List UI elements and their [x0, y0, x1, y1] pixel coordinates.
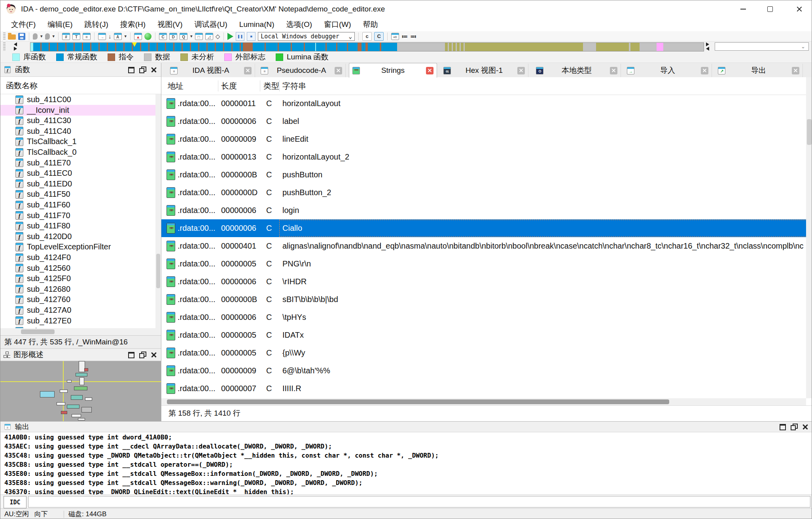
navband-segment[interactable] — [468, 43, 583, 51]
debugger-watches-icon[interactable]: □ — [195, 33, 203, 40]
navband-zoom-in-icon[interactable] — [706, 42, 709, 46]
navband-segment[interactable] — [368, 43, 380, 51]
titlebar[interactable]: IDA - demo_code_editor.exe D:\CTF\Game_o… — [0, 0, 812, 18]
tab-ida-视图-a[interactable]: ≡IDA 视图-A — [167, 64, 255, 77]
navband-segment[interactable] — [253, 43, 315, 51]
strings-table-row[interactable]: .rdata:00...00000401Calignas\nalignof\na… — [161, 237, 812, 255]
float-icon[interactable] — [790, 423, 798, 430]
output-panel-titlebar[interactable]: ≡ 输出 — [0, 422, 812, 432]
navband-scroll-right-icon[interactable] — [14, 47, 17, 51]
function-list-item[interactable]: sub_412560 — [0, 263, 155, 274]
close-tab-icon[interactable] — [610, 67, 617, 74]
debugger-tracing-icon[interactable]: ◿ — [205, 33, 213, 40]
function-list-item[interactable]: TopLevelExceptionFilter — [0, 241, 155, 252]
breakpoints-window-icon[interactable]: ▲ — [134, 33, 142, 40]
close-tab-icon[interactable] — [517, 67, 525, 74]
navband-scroll-left-icon[interactable] — [14, 42, 17, 46]
tab-导入[interactable]: →导入 — [624, 64, 712, 77]
close-tab-icon[interactable] — [701, 67, 708, 74]
strings-table-row[interactable]: .rdata:00...00000006Clogin — [161, 202, 812, 219]
navband-segment[interactable] — [30, 43, 33, 51]
column-header-3[interactable]: 字符串 — [282, 77, 306, 95]
menu-item-0[interactable]: 文件(F) — [5, 18, 42, 31]
function-list-item[interactable]: sub_4125F0 — [0, 273, 155, 284]
output-window-icon[interactable]: ▪≡ — [391, 33, 399, 40]
functions-panel-titlebar[interactable]: 函数 — [0, 63, 161, 77]
strings-table-row[interactable]: .rdata:00...0000000BCsBIT\b\b\b\b|\bd — [161, 291, 812, 308]
function-list-item[interactable]: sub_411C40 — [0, 126, 155, 137]
functions-vertical-scrollbar[interactable] — [155, 94, 161, 328]
strings-table-header[interactable]: 地址长度类型字符串 — [161, 77, 812, 95]
dock-icon[interactable] — [127, 351, 135, 358]
function-list-item[interactable]: sub_4124F0 — [0, 252, 155, 263]
strings-table-row[interactable]: .rdata:00...00000005CPNG\r\n — [161, 255, 812, 273]
navband-segment[interactable] — [362, 43, 365, 51]
navband-zoom-arrows[interactable] — [706, 42, 713, 51]
graph-overview-minimap[interactable] — [0, 361, 161, 421]
stop-debugger-button[interactable]: ■ — [247, 32, 256, 41]
navband-segment[interactable] — [583, 43, 596, 51]
tab-strings[interactable]: ””Strings — [349, 63, 437, 78]
compile-run-icon[interactable]: C — [374, 32, 384, 41]
output-log[interactable]: 41A0B0: using guessed type int dword_41A… — [0, 432, 812, 494]
minimize-button[interactable] — [731, 0, 756, 18]
scrollbar-thumb[interactable] — [156, 254, 160, 288]
tab-hex-视图-1[interactable]: 01Hex 视图-1 — [440, 64, 528, 77]
column-header-2[interactable]: 类型 — [263, 77, 279, 95]
names-window-icon[interactable]: T — [72, 33, 80, 40]
function-list-item[interactable]: sub_4120D0 — [0, 231, 155, 242]
function-list-item[interactable]: sub_411C30 — [0, 115, 155, 126]
navband-zoom-select[interactable]: ⌄ — [715, 42, 809, 51]
cli-input[interactable] — [28, 496, 810, 508]
strings-table-row[interactable]: .rdata:00...00000006C\rIHDR — [161, 273, 812, 291]
debugger-options-icon[interactable]: ◇ — [216, 33, 220, 40]
strings-table-row[interactable]: .rdata:00...00000007CIIIII.R — [161, 380, 812, 397]
navband-grip[interactable] — [3, 42, 6, 51]
toolbar-grip[interactable] — [3, 32, 6, 40]
open-file-icon[interactable] — [8, 33, 16, 40]
navband-segment[interactable] — [33, 43, 243, 51]
function-list-item[interactable]: sub_411F60 — [0, 200, 155, 210]
quick-compile-icon[interactable]: c — [362, 32, 372, 41]
navband-segment[interactable] — [657, 43, 663, 51]
pause-debugger-button[interactable]: ❚❚ — [236, 32, 244, 41]
close-tab-icon[interactable] — [426, 67, 433, 74]
navband-segment[interactable] — [663, 43, 704, 51]
xrefs-window-icon[interactable]: → — [98, 33, 106, 40]
menu-item-2[interactable]: 跳转(J) — [79, 18, 114, 31]
indent-more-icon[interactable]: ≔ — [401, 33, 408, 40]
tab-导出[interactable]: ↗导出 — [715, 64, 803, 77]
navband-segment[interactable] — [316, 43, 358, 51]
debugger-windows-dropdown-icon[interactable]: ▾ — [190, 34, 193, 39]
cli-language-button[interactable]: IDC — [4, 496, 26, 508]
strings-table-row[interactable]: .rdata:00...00000011ChorizontalLayout — [161, 95, 812, 112]
scrollbar-thumb[interactable] — [807, 119, 812, 145]
menu-item-6[interactable]: Lumina(N) — [233, 18, 280, 31]
function-list-item[interactable]: sub_412680 — [0, 284, 155, 295]
column-header-1[interactable]: 长度 — [221, 77, 237, 95]
strings-vertical-scrollbar[interactable] — [806, 77, 812, 398]
start-debugger-button[interactable] — [227, 33, 233, 40]
dock-icon[interactable] — [778, 423, 786, 430]
text-search-icon[interactable]: A — [114, 33, 122, 40]
tab-本地类型[interactable]: O本地类型 — [533, 64, 621, 77]
indent-less-icon[interactable]: ≕ — [410, 33, 416, 40]
lumina-status-icon[interactable] — [144, 33, 151, 40]
close-tab-icon[interactable] — [244, 67, 252, 74]
maximize-button[interactable] — [757, 0, 783, 18]
strings-table-row[interactable]: .rdata:00...00000009C6@\b\tah'%% — [161, 362, 812, 380]
search-dropdown-icon[interactable]: ▾ — [124, 34, 127, 39]
close-icon[interactable] — [150, 351, 158, 358]
function-list-item[interactable]: __Iconv_init — [0, 105, 155, 116]
jump-forward-history-icon[interactable]: ▾ — [52, 34, 55, 39]
function-list-item[interactable]: TlsCallback_0 — [0, 147, 155, 158]
strings-table-row[interactable]: .rdata:00...00000005C{p\\Wy — [161, 344, 812, 362]
navband-segment[interactable] — [445, 43, 468, 51]
function-list-item[interactable]: sub_4127E0 — [0, 316, 155, 326]
column-header-0[interactable]: 地址 — [168, 77, 184, 95]
function-list-item[interactable]: sub_411F80 — [0, 221, 155, 231]
navband-segment[interactable] — [596, 43, 629, 51]
strings-table-row[interactable]: .rdata:00...00000006Clabel — [161, 112, 812, 130]
menu-item-9[interactable]: 帮助 — [357, 18, 384, 31]
float-icon[interactable] — [138, 66, 146, 73]
